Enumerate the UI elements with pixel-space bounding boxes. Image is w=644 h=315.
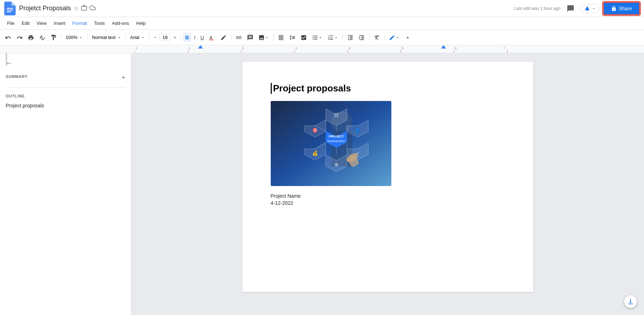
font-size-area: − + <box>152 33 178 41</box>
svg-text:7: 7 <box>503 46 505 50</box>
font-size-decrease-button[interactable]: − <box>152 33 159 41</box>
toolbar: 100% Normal text Arial − + B I U A <box>0 30 644 45</box>
collapse-toolbar-button[interactable] <box>402 33 413 42</box>
ruler-marks: 1 1 2 3 4 5 6 7 <box>135 45 511 53</box>
print-button[interactable] <box>26 33 36 42</box>
italic-button[interactable]: I <box>192 33 198 42</box>
menu-tools[interactable]: Tools <box>91 19 108 27</box>
clear-format-button[interactable] <box>371 33 382 42</box>
project-image-svg: PROJECT MANAGEMENT ⊡ 👤 ✓ ⚙ <box>271 101 391 186</box>
increase-indent-button[interactable] <box>356 33 367 42</box>
comments-button[interactable] <box>564 2 577 15</box>
numbered-list-button[interactable] <box>325 33 340 42</box>
separator-5 <box>181 33 181 42</box>
svg-text:5: 5 <box>402 46 403 50</box>
zoom-select[interactable]: 100% <box>64 33 85 41</box>
link-button[interactable] <box>233 33 244 42</box>
svg-text:⊡: ⊡ <box>334 112 338 118</box>
svg-text:4: 4 <box>348 46 350 50</box>
menu-file[interactable]: File <box>4 19 17 27</box>
svg-text:💰: 💰 <box>312 150 318 156</box>
share-button[interactable]: Share <box>603 2 640 15</box>
svg-marker-22 <box>198 45 203 49</box>
separator-7 <box>273 33 274 42</box>
highlight-button[interactable] <box>218 33 229 42</box>
menu-help[interactable]: Help <box>133 19 149 27</box>
svg-text:🎯: 🎯 <box>312 127 318 133</box>
star-icon[interactable]: ☆ <box>74 5 79 12</box>
svg-rect-0 <box>7 8 13 9</box>
redo-button[interactable] <box>14 33 25 42</box>
project-date-label: 4-12-2022 <box>271 200 505 206</box>
spellcheck-button[interactable] <box>37 33 48 42</box>
share-label: Share <box>619 6 632 11</box>
menu-view[interactable]: View <box>34 19 49 27</box>
separator-2 <box>87 33 88 42</box>
sidebar-divider <box>6 87 125 88</box>
add-summary-button[interactable]: + <box>121 74 125 81</box>
align-button[interactable] <box>276 33 286 42</box>
svg-text:A: A <box>209 35 212 39</box>
cloud-icon[interactable] <box>89 5 96 12</box>
menu-format[interactable]: Format <box>70 19 90 27</box>
separator-1 <box>61 33 61 42</box>
ruler: 1 1 2 3 4 5 6 7 <box>0 45 644 53</box>
menu-addons[interactable]: Add-ons <box>109 19 132 27</box>
folder-icon[interactable] <box>81 5 87 12</box>
scroll-to-bottom-button[interactable] <box>624 295 637 308</box>
menu-bar: File Edit View Insert Format Tools Add-o… <box>0 17 644 30</box>
svg-rect-3 <box>82 6 87 10</box>
last-edit-text: Last edit was 1 hour ago <box>514 6 561 11</box>
undo-button[interactable] <box>3 33 13 42</box>
sidebar: ← SUMMARY + OUTLINE Project proposals <box>0 53 131 315</box>
svg-text:2: 2 <box>242 46 244 50</box>
svg-rect-5 <box>209 39 213 40</box>
paragraph-style-select[interactable]: Normal text <box>90 33 123 41</box>
separator-6 <box>231 33 231 42</box>
document-title: Projetct Proposals <box>19 5 71 12</box>
edit-mode-button[interactable] <box>387 33 402 42</box>
summary-section-title: SUMMARY <box>6 74 28 79</box>
svg-rect-1 <box>7 10 13 10</box>
menu-edit[interactable]: Edit <box>19 19 32 27</box>
separator-8 <box>342 33 343 42</box>
main-layout: ← SUMMARY + OUTLINE Project proposals Pr… <box>0 53 644 315</box>
project-image: PROJECT MANAGEMENT ⊡ 👤 ✓ ⚙ <box>271 101 391 186</box>
svg-marker-23 <box>441 45 446 49</box>
svg-text:👤: 👤 <box>355 127 361 133</box>
decrease-indent-button[interactable] <box>345 33 356 42</box>
header-right: Last edit was 1 hour ago Share <box>514 2 640 15</box>
svg-text:1: 1 <box>136 46 137 50</box>
title-bar: Projetct Proposals ☆ Last edit was 1 hou… <box>0 0 644 17</box>
text-color-button[interactable]: A <box>207 33 218 42</box>
bold-button[interactable]: B <box>183 33 191 42</box>
svg-text:MANAGEMENT: MANAGEMENT <box>327 140 345 142</box>
bullet-list-button[interactable] <box>310 33 325 42</box>
outline-section-title: OUTLINE <box>6 94 25 98</box>
comment-inline-button[interactable] <box>245 33 255 42</box>
svg-text:1: 1 <box>189 46 191 50</box>
image-button[interactable] <box>256 33 271 42</box>
svg-text:PROJECT: PROJECT <box>329 135 344 138</box>
checklist-button[interactable] <box>298 33 309 42</box>
font-size-increase-button[interactable]: + <box>171 33 178 41</box>
underline-button[interactable]: U <box>198 33 206 42</box>
font-select[interactable]: Arial <box>128 33 147 41</box>
svg-text:3: 3 <box>295 46 297 50</box>
move-to-drive-button[interactable] <box>580 4 600 13</box>
title-icons: ☆ <box>74 5 96 12</box>
document-area: Project proposals <box>131 53 644 315</box>
menu-insert[interactable]: Insert <box>51 19 68 27</box>
font-size-input[interactable] <box>159 34 171 41</box>
separator-9 <box>369 33 369 42</box>
sidebar-left-marker <box>6 53 7 66</box>
document-heading: Project proposals <box>271 83 505 94</box>
paint-format-button[interactable] <box>48 33 59 42</box>
line-spacing-button[interactable] <box>287 33 298 42</box>
project-name-label: Project Name <box>271 193 505 199</box>
separator-4 <box>149 33 150 42</box>
separator-10 <box>384 33 385 42</box>
app-logo <box>4 1 16 16</box>
outline-item[interactable]: Project proposals <box>6 101 125 110</box>
svg-text:⚙: ⚙ <box>334 162 338 167</box>
